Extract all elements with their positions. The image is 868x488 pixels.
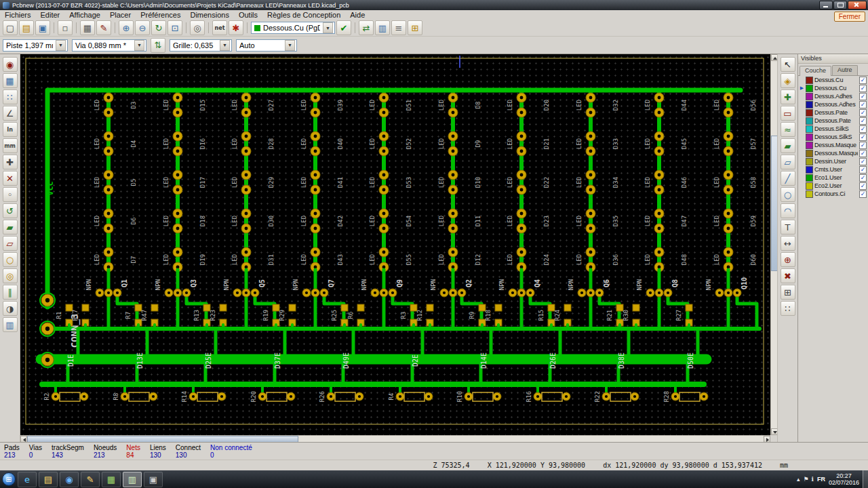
menu-r-gles-de-conception[interactable]: Règles de Conception [262,10,345,20]
taskbar-pcbnew-icon[interactable]: ▥ [123,472,142,487]
layer-select[interactable]: Dessous.Cu (PgD ▼ [251,22,335,34]
language-indicator[interactable]: FR [817,476,825,483]
taskbar-ie-icon[interactable]: e [18,472,37,487]
clock[interactable]: 20:27 02/07/2016 [829,472,859,486]
highlight-net-icon[interactable]: ◈ [781,73,795,88]
menu-dimensions[interactable]: Dimensions [185,10,233,20]
layer-row-dessous-masque[interactable]: Dessous.Masque✓ [798,149,868,157]
via-size-select[interactable]: Via 0,889 mm *▼ [72,39,146,52]
taskbar-media-icon[interactable]: ◉ [60,472,79,487]
layer-row-eco1-user[interactable]: Eco1.User✓ [798,174,868,182]
find-icon[interactable]: ◎ [190,20,205,35]
zoom-redraw-icon[interactable]: ↻ [151,20,166,35]
layer-visibility-checkbox[interactable]: ✓ [859,158,867,165]
drc-icon[interactable]: ◉ [3,57,18,72]
drill-origin-icon[interactable]: ⊞ [781,285,795,300]
layer-color-swatch[interactable] [806,125,813,133]
vertical-scrollbar[interactable] [770,54,777,435]
netlist-icon[interactable]: net [212,20,227,35]
grid-origin-icon[interactable]: ∷ [781,301,795,316]
show-local-ratsnest-icon[interactable]: ✚ [781,89,795,104]
grid-show-icon[interactable]: ▦ [3,73,18,88]
layer-visibility-checkbox[interactable]: ✓ [859,117,867,125]
layer-color-swatch[interactable] [806,134,813,141]
zones-show-icon[interactable]: ▰ [3,220,18,235]
menu-aide[interactable]: Aide [345,10,370,20]
menu-editer[interactable]: Editer [36,10,65,20]
page-settings-icon[interactable]: ▫ [58,20,73,35]
ratsnest-show-icon[interactable]: ✕ [3,171,18,186]
layer-visibility-checkbox[interactable]: ✓ [859,150,867,157]
layer-row-dessus-pate[interactable]: Dessus.Pate✓ [798,108,868,117]
plot-icon[interactable]: ✎ [96,20,111,35]
layer-visibility-checkbox[interactable]: ✓ [859,166,867,174]
layer-visibility-checkbox[interactable]: ✓ [859,85,867,92]
delete-icon[interactable]: ✖ [781,268,795,283]
layer-row-dessus-cu[interactable]: Dessus.Cu✓ [798,76,868,84]
layer-visibility-checkbox[interactable]: ✓ [859,174,867,182]
layer-color-swatch[interactable] [806,117,813,125]
layer-color-swatch[interactable] [806,166,813,174]
units-inch-icon[interactable]: In [3,122,18,137]
tray-info-icon[interactable]: ℹ [812,476,814,483]
layer-row-dessin-user[interactable]: Dessin.User✓ [798,157,868,165]
menu-affichage[interactable]: Affichage [64,10,105,20]
layer-visibility-checkbox[interactable]: ✓ [859,101,867,108]
add-footprint-icon[interactable]: ▭ [781,106,795,121]
layer-row-dessous-cu[interactable]: ▶Dessous.Cu✓ [798,84,868,92]
menu-fichiers[interactable]: Fichiers [0,10,36,20]
save-board-icon[interactable]: ▣ [35,20,50,35]
layer-color-swatch[interactable] [806,182,813,190]
grid-dots-icon[interactable]: ∷ [3,89,18,104]
pads-sketch-icon[interactable]: ○ [3,252,18,267]
select-tool-icon[interactable]: ↖ [781,57,795,72]
grid-select[interactable]: Grille: 0,635▼ [170,39,232,52]
layer-color-swatch[interactable] [806,85,813,92]
layer-color-swatch[interactable] [806,174,813,182]
show-desktop-button[interactable] [863,470,868,488]
footprint-mode-icon[interactable]: ▥ [375,20,390,35]
layer-visibility-checkbox[interactable]: ✓ [859,125,867,133]
add-dimension-icon[interactable]: ↔ [781,236,795,251]
layer-color-swatch[interactable] [806,101,813,108]
track-width-select[interactable]: Piste 1,397 mm *▼ [3,39,68,52]
polar-coords-icon[interactable]: ∠ [3,106,18,121]
layer-color-swatch[interactable] [806,150,813,157]
taskbar-eeschema-icon[interactable]: ✎ [81,472,100,487]
add-track-icon[interactable]: ≈ [781,122,795,137]
minimize-button[interactable] [819,1,833,9]
taskbar-explorer-icon[interactable]: ▤ [39,472,58,487]
zones-hide-icon[interactable]: ▱ [3,236,18,251]
print-icon[interactable]: ▦ [80,20,95,35]
units-mm-icon[interactable]: mm [3,138,18,153]
layer-row-contours-ci[interactable]: Contours.Ci✓ [798,190,868,198]
layer-visibility-checkbox[interactable]: ✓ [859,190,867,198]
layer-visibility-checkbox[interactable]: ✓ [859,134,867,141]
swap-layers-icon[interactable]: ⇄ [359,20,374,35]
tray-flag-icon[interactable]: ⚑ [803,476,808,483]
add-line-icon[interactable]: ╱ [781,171,795,186]
zoom-in-icon[interactable]: ⊕ [119,20,134,35]
menu-pr-f-rences[interactable]: Préférences [136,10,185,20]
zoom-out-icon[interactable]: ⊖ [135,20,150,35]
add-circle-icon[interactable]: ○ [781,187,795,202]
maximize-button[interactable] [833,1,847,9]
add-text-icon[interactable]: T [781,220,795,235]
layer-row-eco2-user[interactable]: Eco2.User✓ [798,182,868,190]
layer-row-cmts-user[interactable]: Cmts.User✓ [798,165,868,174]
layer-color-swatch[interactable] [806,190,813,198]
menu-outils[interactable]: Outils [234,10,262,20]
auto-track-width-icon[interactable]: ⇅ [151,38,165,53]
layer-row-dessus-silks[interactable]: Dessus.SilkS✓ [798,125,868,133]
layer-row-dessus-adhes[interactable]: Dessus.Adhes✓ [798,92,868,100]
zoom-select[interactable]: Auto▼ [236,39,297,52]
pcb-canvas[interactable]: CONN_3VccLEDD3LEDD4LEDD5LEDD6LEDD7NPNQ1R… [20,54,770,435]
add-zone-icon[interactable]: ▰ [781,138,795,153]
layer-color-swatch[interactable] [806,158,813,165]
layer-color-swatch[interactable] [806,77,813,84]
zoom-fit-icon[interactable]: ⊡ [167,20,182,35]
add-arc-icon[interactable]: ◠ [781,203,795,218]
add-keepout-icon[interactable]: ▱ [781,155,795,169]
layer-color-swatch[interactable] [806,142,813,149]
layer-check-icon[interactable]: ✔ [336,20,351,35]
